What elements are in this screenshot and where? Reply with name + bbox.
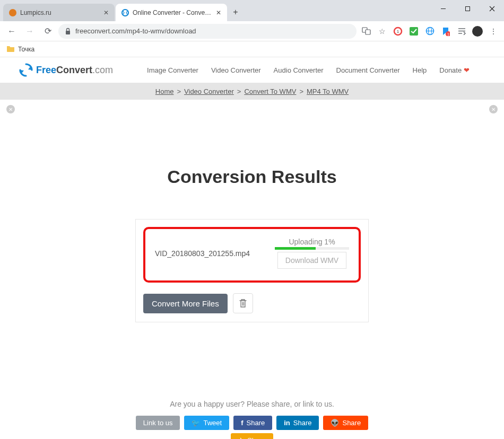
trash-icon [239, 298, 247, 308]
reddit-share-button[interactable]: 👽Share [323, 416, 368, 430]
facebook-share-button[interactable]: fShare [233, 416, 272, 430]
folder-icon [6, 45, 15, 54]
nav-donate[interactable]: Donate ❤ [439, 66, 470, 74]
page-title: Conversion Results [0, 166, 504, 187]
tab-title: Online Converter - Convert Imag [133, 9, 212, 16]
breadcrumb-video[interactable]: Video Converter [184, 87, 234, 95]
logo-icon [19, 63, 33, 77]
breadcrumb-sep: > [299, 87, 303, 95]
site-logo[interactable]: FreeConvert.com [19, 63, 113, 77]
svg-rect-8 [366, 30, 370, 34]
reddit-icon: 👽 [331, 419, 339, 427]
breadcrumb-sep: > [177, 87, 181, 95]
extension-globe-icon[interactable] [423, 25, 436, 37]
window-close-button[interactable] [480, 0, 504, 17]
upload-status: Uploading 1% [275, 238, 349, 246]
linkedin-icon: in [284, 419, 290, 427]
convert-more-button[interactable]: Convert More Files [143, 294, 228, 313]
site-header: FreeConvert.com Image Converter Video Co… [0, 57, 504, 83]
tab-freeconvert[interactable]: Online Converter - Convert Imag ✕ [116, 4, 227, 21]
share-generic-button[interactable]: ✈Share [231, 433, 273, 439]
send-icon: ✈ [238, 436, 244, 439]
browser-toolbar: ← → ⟳ freeconvert.com/mp4-to-wmv/downloa… [0, 21, 504, 41]
nav-image-converter[interactable]: Image Converter [147, 66, 198, 74]
share-prompt: Are you a happy user? Please share, or l… [0, 400, 504, 408]
tweet-button[interactable]: 🐦Tweet [184, 416, 229, 430]
svg-rect-11 [410, 27, 418, 36]
nav-help[interactable]: Help [413, 66, 427, 74]
ad-close-right-icon[interactable]: ✕ [489, 105, 498, 113]
bookmarks-bar: Точка [0, 41, 504, 57]
nav-document-converter[interactable]: Document Converter [336, 66, 400, 74]
twitter-icon: 🐦 [192, 419, 200, 427]
breadcrumb-mp4wmv[interactable]: MP4 To WMV [307, 87, 349, 95]
logo-convert: Convert [56, 65, 92, 75]
download-button[interactable]: Download WMV [277, 252, 346, 269]
address-bar[interactable]: freeconvert.com/mp4-to-wmv/download [58, 24, 357, 39]
file-name: VID_20180803_201255.mp4 [155, 249, 250, 258]
logo-dotcom: .com [92, 65, 113, 75]
freeconvert-favicon [121, 8, 129, 17]
close-icon[interactable]: ✕ [103, 9, 109, 16]
nav-video-converter[interactable]: Video Converter [211, 66, 261, 74]
ad-close-left-icon[interactable]: ✕ [6, 105, 15, 113]
file-row-highlight: VID_20180803_201255.mp4 Uploading 1% Dow… [143, 227, 361, 283]
tab-lumpics[interactable]: Lumpics.ru ✕ [3, 4, 115, 21]
close-icon[interactable]: ✕ [215, 9, 222, 16]
logo-free: Free [36, 65, 56, 75]
extension-bookmark-icon[interactable]: 1 [439, 25, 452, 37]
minimize-button[interactable] [431, 0, 455, 17]
url-text: freeconvert.com/mp4-to-wmv/download [75, 27, 196, 35]
facebook-icon: f [241, 419, 243, 427]
reading-list-icon[interactable] [455, 25, 468, 37]
lumpics-favicon [8, 8, 17, 17]
nav-audio-converter[interactable]: Audio Converter [274, 66, 324, 74]
maximize-button[interactable] [455, 0, 480, 17]
delete-button[interactable] [233, 293, 253, 313]
browser-titlebar: Lumpics.ru ✕ Online Converter - Convert … [0, 0, 504, 21]
svg-point-1 [122, 10, 128, 16]
star-icon[interactable]: ☆ [376, 25, 388, 37]
tab-title: Lumpics.ru [20, 9, 100, 16]
breadcrumb-home[interactable]: Home [155, 87, 174, 95]
profile-avatar-icon[interactable] [471, 25, 484, 37]
svg-text:1: 1 [397, 29, 399, 34]
chrome-menu-icon[interactable]: ⋮ [487, 25, 500, 37]
svg-point-20 [472, 26, 483, 37]
breadcrumb-wmv[interactable]: Convert To WMV [244, 87, 296, 95]
bookmark-folder[interactable]: Точка [18, 46, 34, 53]
svg-rect-3 [465, 7, 470, 11]
svg-text:1: 1 [447, 32, 449, 36]
forward-button[interactable]: → [22, 24, 37, 39]
extension-check-icon[interactable] [407, 25, 420, 37]
reload-button[interactable]: ⟳ [40, 24, 55, 39]
new-tab-button[interactable]: + [228, 5, 243, 20]
page-content: FreeConvert.com Image Converter Video Co… [0, 57, 504, 439]
lock-icon [65, 28, 71, 35]
conversion-panel: VID_20180803_201255.mp4 Uploading 1% Dow… [135, 219, 369, 322]
link-to-us-button[interactable]: Link to us [136, 416, 180, 430]
translate-icon[interactable] [360, 25, 372, 37]
progress-bar [275, 247, 349, 250]
heart-icon: ❤ [464, 66, 470, 74]
back-button[interactable]: ← [4, 24, 19, 39]
svg-rect-6 [66, 31, 70, 34]
extension-1-icon[interactable]: 1 [392, 25, 404, 37]
breadcrumb: Home > Video Converter > Convert To WMV … [0, 83, 504, 100]
breadcrumb-sep: > [237, 87, 241, 95]
svg-point-0 [9, 9, 16, 16]
linkedin-share-button[interactable]: inShare [276, 416, 319, 430]
